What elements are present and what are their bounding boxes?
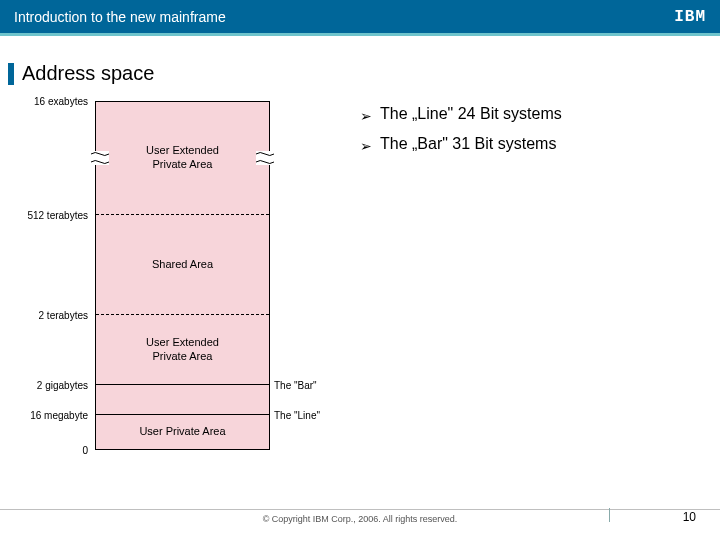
label-512-terabytes: 512 terabytes (27, 210, 88, 221)
region-label: Shared Area (96, 258, 269, 272)
ibm-logo: IBM (674, 8, 706, 26)
address-space-diagram: 16 exabytes 512 terabytes 2 terabytes 2 … (10, 95, 330, 465)
label-zero: 0 (82, 445, 88, 456)
label-16-megabyte: 16 megabyte (30, 410, 88, 421)
bullet-text: The „Line" 24 Bit systems (380, 105, 562, 123)
footer: © Copyright IBM Corp., 2006. All rights … (0, 509, 720, 524)
bullet-item: ➢ The „Bar" 31 Bit systems (360, 135, 700, 157)
label-the-line: The "Line" (274, 410, 320, 421)
label-the-bar: The "Bar" (274, 380, 317, 391)
region-label: User Extended (96, 144, 269, 158)
region-user-private-area: User Private Area (96, 415, 269, 450)
bullet-text: The „Bar" 31 Bit systems (380, 135, 556, 153)
region-label: Private Area (96, 350, 269, 364)
bullet-item: ➢ The „Line" 24 Bit systems (360, 105, 700, 127)
page-number: 10 (683, 510, 696, 524)
slide-title: Address space (22, 62, 154, 85)
header-title: Introduction to the new mainframe (14, 9, 226, 25)
label-2-terabytes: 2 terabytes (39, 310, 88, 321)
label-2-gigabytes: 2 gigabytes (37, 380, 88, 391)
copyright-text: © Copyright IBM Corp., 2006. All rights … (0, 514, 720, 524)
region-label: User Private Area (96, 425, 269, 439)
label-16-exabytes: 16 exabytes (34, 96, 88, 107)
region-label: User Extended (96, 336, 269, 350)
header-bar: Introduction to the new mainframe IBM (0, 0, 720, 36)
break-icon (91, 151, 109, 165)
slide-title-row: Address space (8, 62, 720, 85)
bullet-arrow-icon: ➢ (360, 135, 372, 157)
region-between-bar-line (96, 385, 269, 415)
break-icon (256, 151, 274, 165)
region-shared-area: Shared Area (96, 215, 269, 315)
region-user-extended-private-lower: User Extended Private Area (96, 315, 269, 385)
content-area: 16 exabytes 512 terabytes 2 terabytes 2 … (0, 95, 720, 465)
bullet-arrow-icon: ➢ (360, 105, 372, 127)
memory-stack: User Extended Private Area Shared Area U… (95, 101, 270, 450)
region-label: Private Area (96, 158, 269, 172)
title-marker (8, 63, 14, 85)
footer-divider (609, 508, 610, 522)
region-user-extended-private-upper: User Extended Private Area (96, 101, 269, 215)
bullet-list: ➢ The „Line" 24 Bit systems ➢ The „Bar" … (330, 95, 710, 465)
